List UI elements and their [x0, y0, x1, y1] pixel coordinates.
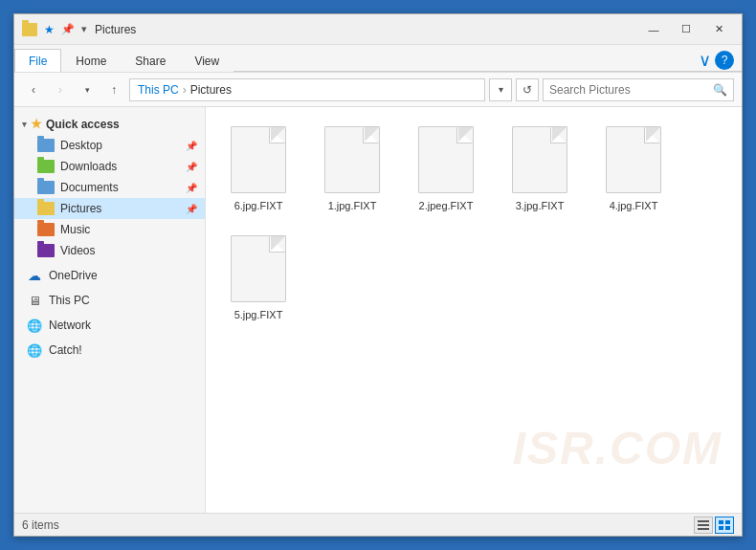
- title-bar: ★ 📌 ▾ Pictures — ☐ ✕: [14, 14, 742, 45]
- file-item[interactable]: 4.jpg.FIXT: [590, 117, 677, 218]
- catch-label: Catch!: [49, 343, 82, 357]
- path-dropdown-button[interactable]: ▾: [489, 78, 512, 101]
- documents-folder-icon: [37, 181, 55, 194]
- minimize-button[interactable]: —: [638, 20, 669, 39]
- up-button[interactable]: ↑: [102, 78, 125, 101]
- watermark: ISR.COM: [513, 422, 723, 474]
- sidebar-item-thispc[interactable]: 🖥 This PC: [14, 290, 205, 311]
- search-box[interactable]: 🔍: [543, 78, 734, 101]
- file-page: [418, 126, 474, 193]
- title-bar-icons: ★ 📌 ▾: [22, 22, 87, 37]
- network-icon: 🌐: [26, 319, 43, 332]
- file-page: [231, 235, 286, 302]
- ribbon: File Home Share View ∨ ?: [14, 45, 742, 73]
- music-label: Music: [60, 223, 90, 236]
- thispc-label: This PC: [49, 294, 90, 307]
- catch-icon: 🌐: [26, 343, 43, 357]
- onedrive-icon: ☁: [26, 269, 43, 282]
- file-icon: [415, 123, 477, 196]
- file-page: [324, 126, 380, 193]
- onedrive-section: ☁ OneDrive: [14, 263, 205, 288]
- svg-rect-1: [698, 524, 709, 526]
- sidebar-item-videos[interactable]: Videos: [14, 240, 205, 261]
- star-icon: ★: [41, 22, 56, 37]
- file-name: 3.jpg.FIXT: [516, 200, 565, 211]
- sidebar-item-documents[interactable]: Documents 📌: [14, 177, 205, 198]
- large-icons-view-button[interactable]: [715, 517, 734, 534]
- file-page: [512, 126, 567, 193]
- file-item[interactable]: 2.jpeg.FIXT: [403, 117, 489, 218]
- expand-ribbon-icon[interactable]: ∨: [699, 50, 711, 71]
- svg-rect-3: [719, 520, 723, 524]
- search-input[interactable]: [549, 83, 709, 97]
- file-item[interactable]: 1.jpg.FIXT: [309, 117, 395, 218]
- pictures-folder-icon: [37, 202, 55, 215]
- sidebar-item-pictures[interactable]: Pictures 📌: [14, 198, 205, 219]
- desktop-folder-icon: [37, 139, 55, 152]
- window-title: Pictures: [95, 23, 638, 36]
- sidebar: ▾ ★ Quick access Desktop 📌 Downloads 📌 D…: [14, 107, 206, 513]
- svg-rect-2: [698, 528, 709, 530]
- file-icon: [509, 123, 570, 196]
- file-name: 1.jpg.FIXT: [328, 200, 377, 211]
- file-name: 2.jpeg.FIXT: [419, 200, 474, 211]
- path-this-pc[interactable]: This PC: [138, 83, 179, 97]
- tab-file[interactable]: File: [14, 49, 61, 72]
- sidebar-item-desktop[interactable]: Desktop 📌: [14, 135, 205, 156]
- file-item[interactable]: 6.jpg.FIXT: [215, 117, 301, 218]
- pictures-pin-icon: 📌: [186, 204, 197, 214]
- forward-button[interactable]: ›: [49, 78, 72, 101]
- sidebar-item-network[interactable]: 🌐 Network: [14, 315, 205, 336]
- explorer-window: ★ 📌 ▾ Pictures — ☐ ✕ File Home Share Vie…: [13, 13, 743, 537]
- address-path[interactable]: This PC › Pictures: [129, 78, 485, 101]
- recent-locations-button[interactable]: ▾: [76, 78, 99, 101]
- path-pictures[interactable]: Pictures: [190, 83, 232, 97]
- refresh-button[interactable]: ↺: [516, 78, 539, 101]
- downloads-label: Downloads: [60, 160, 117, 173]
- sidebar-item-downloads[interactable]: Downloads 📌: [14, 156, 205, 177]
- downloads-folder-icon: [37, 160, 55, 173]
- svg-rect-0: [698, 520, 709, 522]
- catch-section: 🌐 Catch!: [14, 338, 205, 363]
- details-view-button[interactable]: [694, 517, 713, 534]
- file-icon: [228, 123, 289, 196]
- item-count: 6 items: [22, 518, 59, 532]
- file-name: 6.jpg.FIXT: [234, 200, 283, 211]
- sidebar-item-catch[interactable]: 🌐 Catch!: [14, 340, 205, 361]
- file-icon: [322, 123, 383, 196]
- pin-icon: 📌: [60, 22, 76, 37]
- back-button[interactable]: ‹: [22, 78, 45, 101]
- maximize-button[interactable]: ☐: [671, 20, 701, 39]
- svg-rect-4: [725, 520, 730, 524]
- search-icon: 🔍: [713, 83, 727, 97]
- network-section: 🌐 Network: [14, 313, 205, 338]
- tab-share[interactable]: Share: [121, 49, 180, 72]
- quick-access-chevron: ▾: [22, 120, 27, 129]
- folder-icon: [22, 22, 37, 37]
- file-page: [606, 126, 661, 193]
- files-grid: 6.jpg.FIXT 1.jpg.FIXT 2.jpeg.FIXT: [215, 117, 732, 327]
- file-item[interactable]: 3.jpg.FIXT: [497, 117, 583, 218]
- tab-view[interactable]: View: [180, 49, 233, 72]
- tab-home[interactable]: Home: [61, 49, 121, 72]
- desktop-label: Desktop: [60, 139, 102, 152]
- documents-pin-icon: 📌: [186, 183, 197, 193]
- svg-rect-5: [719, 526, 723, 530]
- file-area: ISR.COM 6.jpg.FIXT 1.jpg.FIXT: [206, 107, 742, 513]
- videos-label: Videos: [60, 244, 95, 257]
- sidebar-item-music[interactable]: Music: [14, 219, 205, 240]
- status-bar: 6 items: [14, 513, 742, 536]
- music-folder-icon: [37, 223, 55, 236]
- file-name: 5.jpg.FIXT: [234, 309, 283, 320]
- ribbon-tabs: File Home Share View ∨ ?: [14, 45, 742, 72]
- downloads-pin-icon: 📌: [186, 162, 197, 172]
- address-bar: ‹ › ▾ ↑ This PC › Pictures ▾ ↺ 🔍: [14, 73, 742, 107]
- videos-folder-icon: [37, 244, 55, 257]
- thispc-section: 🖥 This PC: [14, 288, 205, 313]
- close-button[interactable]: ✕: [703, 20, 734, 39]
- sidebar-item-onedrive[interactable]: ☁ OneDrive: [14, 265, 205, 286]
- computer-icon: 🖥: [26, 294, 43, 307]
- file-item[interactable]: 5.jpg.FIXT: [215, 226, 301, 327]
- quick-access-header[interactable]: ▾ ★ Quick access: [14, 113, 205, 135]
- help-button[interactable]: ?: [715, 51, 734, 70]
